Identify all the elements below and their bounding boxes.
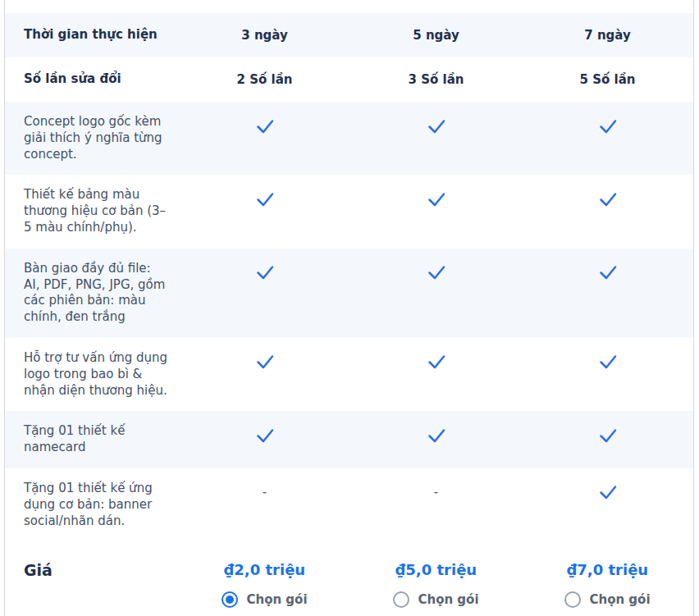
included-cell <box>522 102 693 146</box>
feature-row: Tặng 01 thiết kế namecard <box>5 411 693 468</box>
feature-row-label: Tặng 01 thiết kế namecard <box>5 411 179 468</box>
spec-row-label: Thời gian thực hiện <box>5 15 179 56</box>
included-cell <box>179 338 350 382</box>
check-icon <box>598 264 618 280</box>
not-included-cell: - <box>350 468 522 512</box>
included-cell <box>522 249 693 293</box>
feature-row-label: Bàn giao đầy đủ file: AI, PDF, PNG, JPG,… <box>5 249 179 338</box>
check-icon <box>255 264 275 280</box>
price-row: Giá ₫2,0 triệu Chọn gói ₫5,0 triệu Chọn … <box>5 541 693 616</box>
included-cell <box>350 102 522 146</box>
included-cell <box>350 175 522 219</box>
included-cell <box>522 175 693 219</box>
package-column-2: ₫5,0 triệu Chọn gói <box>350 561 522 611</box>
feature-row: Tặng 01 thiết kế ứng dụng cơ bản: banner… <box>5 468 693 541</box>
included-cell <box>522 468 693 513</box>
check-icon <box>598 427 618 442</box>
package-comparison-table: Thời gian thực hiện3 ngày5 ngày7 ngàySố … <box>4 0 694 616</box>
radio-button-icon[interactable] <box>222 591 238 608</box>
check-icon <box>427 264 446 280</box>
included-cell <box>350 249 522 293</box>
included-cell <box>522 411 693 455</box>
check-icon <box>427 354 446 369</box>
included-cell <box>350 411 522 455</box>
select-package-1-label: Chọn gói <box>246 592 307 607</box>
price-row-label: Giá <box>5 561 179 579</box>
spec-row-label: Số lần sửa đổi <box>5 59 179 100</box>
feature-row-label: Hỗ trợ tư vấn ứng dụng logo trong bao bì… <box>5 338 179 411</box>
feature-row: Concept logo gốc kèm giải thích ý nghĩa … <box>5 102 693 175</box>
feature-row: Bàn giao đầy đủ file: AI, PDF, PNG, JPG,… <box>5 249 693 338</box>
check-icon <box>255 354 275 369</box>
radio-button-icon[interactable] <box>393 591 409 608</box>
check-icon <box>427 190 446 206</box>
check-icon <box>255 190 275 206</box>
dash-placeholder: - <box>263 485 267 500</box>
feature-row: Hỗ trợ tư vấn ứng dụng logo trong bao bì… <box>5 338 693 411</box>
included-cell <box>179 411 350 455</box>
comparison-rows: Thời gian thực hiện3 ngày5 ngày7 ngàySố … <box>5 13 693 541</box>
check-icon <box>255 427 275 442</box>
check-icon <box>598 190 618 206</box>
included-cell <box>522 338 693 382</box>
spec-value-cell: 5 ngày <box>350 16 522 55</box>
check-icon <box>427 117 446 133</box>
package-column-3: ₫7,0 triệu Chọn gói <box>522 561 693 611</box>
check-icon <box>255 117 275 133</box>
check-icon <box>598 117 618 133</box>
select-package-3-option[interactable]: Chọn gói <box>564 591 650 608</box>
spec-value-cell: 2 Số lần <box>179 60 350 99</box>
included-cell <box>179 249 350 293</box>
feature-row-label: Thiết kế bảng màu thương hiệu cơ bản (3–… <box>5 175 179 248</box>
feature-row: Thiết kế bảng màu thương hiệu cơ bản (3–… <box>5 175 693 248</box>
check-icon <box>427 427 446 442</box>
select-package-2-label: Chọn gói <box>418 592 478 607</box>
spec-row: Thời gian thực hiện3 ngày5 ngày7 ngày <box>5 13 693 57</box>
not-included-cell: - <box>179 468 350 512</box>
select-package-3-label: Chọn gói <box>589 592 650 607</box>
included-cell <box>350 338 522 382</box>
included-cell <box>179 175 350 219</box>
radio-button-icon[interactable] <box>564 591 581 608</box>
feature-row-label: Tặng 01 thiết kế ứng dụng cơ bản: banner… <box>5 468 179 541</box>
package-column-1: ₫2,0 triệu Chọn gói <box>179 561 350 608</box>
spec-row: Số lần sửa đổi2 Số lần3 Số lần5 Số lần <box>5 57 693 102</box>
spec-value-cell: 3 ngày <box>179 16 350 55</box>
select-package-2-option[interactable]: Chọn gói <box>393 591 478 608</box>
feature-row-label: Concept logo gốc kèm giải thích ý nghĩa … <box>5 102 179 175</box>
check-icon <box>598 354 618 369</box>
spec-value-cell: 7 ngày <box>522 16 693 55</box>
package-3-price: ₫7,0 triệu <box>522 561 693 578</box>
spec-value-cell: 3 Số lần <box>350 60 522 99</box>
package-2-price: ₫5,0 triệu <box>350 561 522 578</box>
check-icon <box>598 484 618 500</box>
spec-value-cell: 5 Số lần <box>522 60 693 99</box>
dash-placeholder: - <box>434 485 438 500</box>
included-cell <box>179 102 350 146</box>
select-package-1-option[interactable]: Chọn gói <box>222 591 307 608</box>
package-1-price: ₫2,0 triệu <box>179 561 350 578</box>
